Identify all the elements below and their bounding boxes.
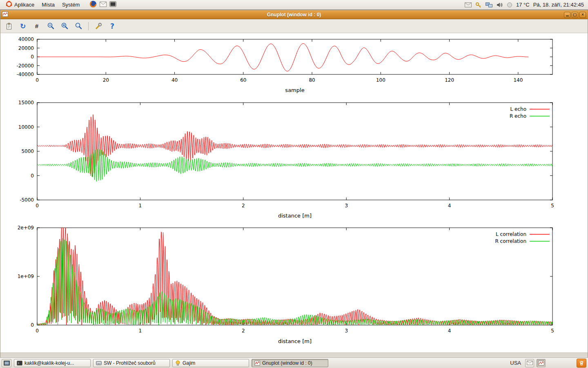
x-axis-label: sample bbox=[285, 87, 304, 93]
legend-label: R correlation bbox=[495, 238, 526, 244]
show-desktop-button[interactable] bbox=[2, 359, 11, 367]
refresh-icon: ↻ bbox=[20, 22, 26, 30]
menu-system[interactable]: Systém bbox=[59, 1, 83, 9]
y-tick-label: 2e+09 bbox=[18, 225, 34, 231]
gnuplot-task-icon bbox=[254, 361, 260, 366]
series-l-correlation bbox=[37, 227, 552, 325]
panel-launchers bbox=[89, 0, 116, 9]
terminal-task-icon bbox=[17, 361, 22, 366]
gnuplot-window: Gnuplot (window id : 0) × ↻ # bbox=[0, 10, 588, 357]
x-tick-label: 0 bbox=[36, 203, 39, 209]
y-tick-label: 1e+09 bbox=[18, 274, 34, 279]
y-tick-label: 10000 bbox=[18, 124, 34, 130]
weather-temperature[interactable]: 17 °C bbox=[516, 2, 530, 8]
series-r-echo bbox=[37, 149, 552, 182]
close-icon: × bbox=[581, 13, 584, 17]
taskbar-item-label: Gajim bbox=[183, 360, 195, 366]
x-tick-label: 4 bbox=[448, 328, 451, 334]
x-axis-label: distance [m] bbox=[278, 213, 312, 219]
taskbar-item-gajim[interactable]: Gajim bbox=[172, 359, 249, 367]
chart-2: 01234501e+092e+09distance [m]L correlati… bbox=[18, 225, 554, 344]
titlebar[interactable]: Gnuplot (window id : 0) × bbox=[0, 10, 588, 19]
terminal-launcher-icon[interactable] bbox=[109, 1, 116, 9]
mail-notify-icon[interactable] bbox=[465, 2, 472, 7]
x-tick-label: 5 bbox=[551, 328, 554, 334]
x-tick-label: 3 bbox=[345, 328, 348, 334]
window-resize-edge[interactable] bbox=[0, 352, 588, 357]
firefox-icon[interactable] bbox=[89, 0, 97, 9]
configure-button[interactable] bbox=[93, 21, 104, 31]
window-controls: × bbox=[564, 12, 586, 18]
network-icon[interactable] bbox=[486, 2, 493, 8]
tray-mail-button[interactable] bbox=[525, 359, 534, 367]
x-tick-label: 140 bbox=[513, 77, 523, 83]
gnuplot-toolbar: ↻ # ? bbox=[0, 19, 588, 33]
zoom-next-button[interactable] bbox=[59, 21, 70, 31]
plots-svg[interactable]: 020406080100120140-40000-200000200004000… bbox=[0, 33, 588, 352]
y-tick-label: 5000 bbox=[21, 148, 34, 154]
x-tick-label: 1 bbox=[139, 328, 142, 334]
menu-applications[interactable]: Aplikace bbox=[2, 0, 38, 9]
x-tick-label: 2 bbox=[242, 203, 245, 209]
help-button[interactable]: ? bbox=[107, 21, 118, 31]
toggle-grid-button[interactable]: # bbox=[31, 21, 42, 31]
legend-label: R echo bbox=[510, 113, 526, 119]
tray-spacer bbox=[548, 363, 574, 363]
y-tick-label: 0 bbox=[31, 173, 34, 179]
zoom-previous-button[interactable] bbox=[45, 21, 56, 31]
taskbar-tray: USA bbox=[508, 359, 586, 368]
taskbar-item-terminal[interactable]: kaklik@kaklik-kolej-u... bbox=[14, 359, 91, 367]
x-tick-label: 4 bbox=[448, 203, 451, 209]
toolbar-separator bbox=[88, 22, 89, 30]
close-button[interactable]: × bbox=[579, 12, 586, 18]
taskbar-item-label: kaklik@kaklik-kolej-u... bbox=[24, 360, 74, 366]
x-axis-label: distance [m] bbox=[278, 338, 312, 344]
taskbar-item-file-manager[interactable]: SW - Prohlížeč souborů bbox=[93, 359, 170, 367]
x-tick-label: 120 bbox=[445, 77, 454, 83]
taskbar-item-label: SW - Prohlížeč souborů bbox=[104, 360, 156, 366]
mail-launcher-icon[interactable] bbox=[100, 1, 107, 9]
taskbar-item-gnuplot[interactable]: Gnuplot (window id : 0) bbox=[252, 359, 328, 367]
x-tick-label: 3 bbox=[345, 203, 348, 209]
y-tick-label: 0 bbox=[31, 54, 34, 60]
panel-tray: 17 °C Pá, 18. září, 21:42:45 bbox=[465, 2, 588, 8]
weather-icon bbox=[507, 2, 512, 8]
keyboard-layout-indicator[interactable]: USA bbox=[508, 360, 523, 366]
y-tick-label: -40000 bbox=[16, 72, 34, 77]
trash-applet-icon[interactable] bbox=[577, 359, 586, 368]
y-tick-label: 40000 bbox=[18, 36, 34, 42]
gnuplot-tray-icon bbox=[538, 361, 544, 366]
series-chirp-signal bbox=[37, 44, 528, 72]
window-title: Gnuplot (window id : 0) bbox=[0, 12, 588, 18]
gajim-icon bbox=[175, 360, 180, 366]
tray-gnuplot-button[interactable] bbox=[537, 359, 546, 367]
volume-icon[interactable] bbox=[497, 2, 503, 8]
keyring-icon[interactable] bbox=[475, 2, 482, 8]
clock-applet[interactable]: Pá, 18. září, 21:42:45 bbox=[533, 2, 584, 8]
menu-places[interactable]: Místa bbox=[38, 1, 58, 9]
plot-border bbox=[37, 103, 552, 200]
magnifier-minus-icon bbox=[47, 22, 55, 30]
magnifier-plus-icon bbox=[61, 22, 69, 30]
chart-0: 020406080100120140-40000-200000200004000… bbox=[16, 36, 552, 93]
minimize-button[interactable] bbox=[564, 12, 570, 18]
x-tick-label: 20 bbox=[103, 77, 109, 83]
replot-button[interactable]: ↻ bbox=[18, 21, 28, 31]
x-tick-label: 1 bbox=[139, 203, 142, 209]
y-tick-label: 20000 bbox=[18, 45, 34, 51]
ubuntu-logo-icon bbox=[6, 1, 12, 9]
x-tick-label: 0 bbox=[36, 77, 39, 83]
autoscale-button[interactable] bbox=[73, 21, 84, 31]
legend-label: L correlation bbox=[496, 231, 526, 237]
menu-applications-label: Aplikace bbox=[14, 2, 34, 8]
x-tick-label: 5 bbox=[551, 203, 554, 209]
desktop-icon bbox=[4, 361, 10, 366]
copy-to-clipboard-button[interactable] bbox=[4, 21, 14, 31]
x-tick-label: 40 bbox=[172, 77, 178, 83]
maximize-button[interactable] bbox=[572, 12, 578, 18]
x-tick-label: 0 bbox=[36, 328, 39, 334]
x-tick-label: 80 bbox=[309, 77, 315, 83]
chart-1: 012345-5000050001000015000distance [m]L … bbox=[18, 100, 554, 219]
y-tick-label: 0 bbox=[31, 322, 34, 328]
help-icon: ? bbox=[110, 22, 114, 30]
